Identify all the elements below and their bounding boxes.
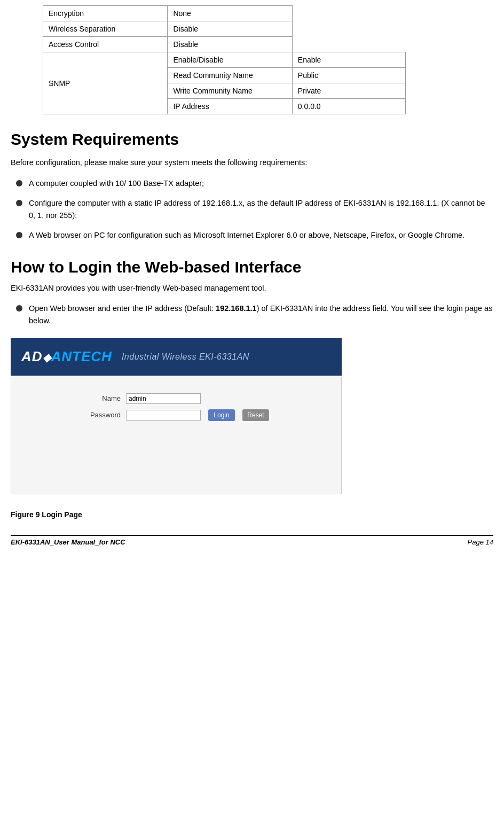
list-item-3-text: A Web browser on PC for configuration su… bbox=[29, 229, 464, 242]
system-requirements-title: System Requirements bbox=[11, 130, 493, 149]
name-label: Name bbox=[83, 394, 121, 402]
bullet-icon-3 bbox=[16, 232, 22, 238]
list-item-3: A Web browser on PC for configuration su… bbox=[16, 229, 493, 242]
list-item-2: Configure the computer with a static IP … bbox=[16, 197, 493, 222]
login-form-box: Name Password Login Reset bbox=[11, 377, 342, 494]
password-input[interactable] bbox=[126, 410, 201, 421]
table-row-snmp-enable: SNMP Enable/Disable Enable bbox=[43, 52, 406, 68]
login-section-title: How to Login the Web-based Interface bbox=[11, 258, 493, 276]
bullet-icon-login bbox=[16, 305, 22, 312]
wireless-sep-value: Disable bbox=[168, 21, 292, 37]
footer-right-text: Page 14 bbox=[468, 538, 493, 546]
access-control-label: Access Control bbox=[43, 37, 168, 52]
login-bullet-text: Open Web browser and enter the IP addres… bbox=[29, 302, 493, 327]
access-control-value: Disable bbox=[168, 37, 292, 52]
reset-button[interactable]: Reset bbox=[242, 409, 269, 421]
banner-product-text: Industrial Wireless EKI-6331AN bbox=[122, 352, 249, 362]
page-footer: EKI-6331AN_User Manual_for NCC Page 14 bbox=[11, 535, 493, 546]
bullet-icon-1 bbox=[16, 180, 22, 186]
settings-table: Encryption None Wireless Separation Disa… bbox=[43, 5, 406, 114]
advantech-logo: AD◆ANTECH bbox=[21, 348, 112, 365]
list-item-1-text: A computer coupled with 10/ 100 Base-TX … bbox=[29, 177, 204, 190]
snmp-enable-value: Enable bbox=[292, 52, 405, 68]
wireless-sep-label: Wireless Separation bbox=[43, 21, 168, 37]
login-form-inner: Name Password Login Reset bbox=[83, 393, 269, 421]
login-list-item: Open Web browser and enter the IP addres… bbox=[16, 302, 493, 327]
bullet-icon-2 bbox=[16, 200, 22, 206]
snmp-group-label: SNMP bbox=[43, 52, 168, 114]
table-row-encryption: Encryption None bbox=[43, 6, 406, 21]
system-requirements-list: A computer coupled with 10/ 100 Base-TX … bbox=[16, 177, 493, 242]
snmp-read-label: Read Community Name bbox=[168, 68, 292, 83]
name-row: Name bbox=[83, 393, 269, 404]
advantech-banner: AD◆ANTECH Industrial Wireless EKI-6331AN bbox=[11, 338, 342, 376]
snmp-ip-value: 0.0.0.0 bbox=[292, 99, 405, 114]
login-bullet-prefix: Open Web browser and enter the IP addres… bbox=[29, 304, 216, 313]
name-input[interactable] bbox=[126, 393, 201, 404]
snmp-ip-label: IP Address bbox=[168, 99, 292, 114]
figure-caption: Figure 9 Login Page bbox=[11, 510, 493, 519]
table-row-wireless-sep: Wireless Separation Disable bbox=[43, 21, 406, 37]
encryption-label: Encryption bbox=[43, 6, 168, 21]
snmp-read-value: Public bbox=[292, 68, 405, 83]
login-ip-bold: 192.168.1.1 bbox=[216, 304, 257, 313]
login-intro: EKI-6331AN provides you with user-friend… bbox=[11, 283, 493, 294]
login-bullet-list: Open Web browser and enter the IP addres… bbox=[16, 302, 493, 327]
login-button[interactable]: Login bbox=[208, 409, 235, 421]
encryption-value: None bbox=[168, 6, 292, 21]
table-row-access-control: Access Control Disable bbox=[43, 37, 406, 52]
list-item-2-text: Configure the computer with a static IP … bbox=[29, 197, 493, 222]
list-item-1: A computer coupled with 10/ 100 Base-TX … bbox=[16, 177, 493, 190]
password-label: Password bbox=[83, 411, 121, 419]
snmp-enable-label: Enable/Disable bbox=[168, 52, 292, 68]
snmp-write-value: Private bbox=[292, 83, 405, 99]
system-requirements-intro: Before configuration, please make sure y… bbox=[11, 157, 493, 169]
footer-left-text: EKI-6331AN_User Manual_for NCC bbox=[11, 538, 125, 546]
login-image-container: AD◆ANTECH Industrial Wireless EKI-6331AN… bbox=[11, 338, 493, 494]
snmp-write-label: Write Community Name bbox=[168, 83, 292, 99]
password-row: Password Login Reset bbox=[83, 409, 269, 421]
